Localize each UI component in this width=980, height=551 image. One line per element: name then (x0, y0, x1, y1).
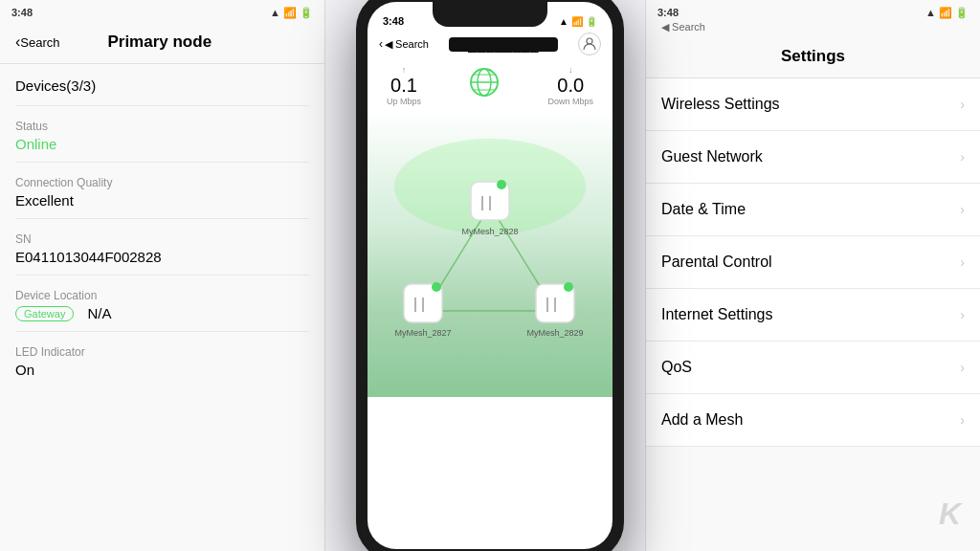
phone-title: ████████ (449, 37, 558, 52)
upload-value: 0.1 (387, 75, 421, 97)
date-time-chevron: › (960, 202, 965, 217)
menu-item-guest-network[interactable]: Guest Network › (646, 131, 980, 184)
devices-label: Devices(3/3) (15, 77, 309, 94)
status-value: Online (15, 136, 309, 152)
menu-item-qos[interactable]: QoS › (646, 342, 980, 394)
add-mesh-label: Add a Mesh (661, 411, 743, 429)
phone-body: 3:48 ▲ 📶 🔋 ‹ ◀ Search ████████ (356, 0, 624, 551)
left-time: 3:48 (11, 7, 33, 18)
connection-quality-label: Connection Quality (15, 176, 309, 189)
back-label: Search (20, 35, 59, 50)
right-signal-icon: ▲ (925, 7, 936, 18)
connection-quality-value: Excellent (15, 192, 309, 209)
phone-back-label: ◀ Search (385, 38, 429, 51)
status-label: Status (15, 120, 309, 133)
phone-time: 3:48 (383, 15, 404, 27)
left-content: Devices(3/3) Status Online Connection Qu… (0, 64, 324, 551)
devices-section: Devices(3/3) (15, 64, 309, 106)
download-value: 0.0 (547, 75, 593, 97)
phone-status-icons: ▲ 📶 🔋 (559, 16, 597, 27)
phone-header: ‹ ◀ Search ████████ (368, 31, 612, 61)
menu-item-date-time[interactable]: Date & Time › (646, 184, 980, 236)
menu-item-add-mesh[interactable]: Add a Mesh › (646, 394, 980, 447)
phone-battery-icon: 🔋 (586, 16, 597, 27)
left-header: ‹ Search Primary node (0, 21, 324, 64)
led-indicator-section: LED Indicator On (15, 332, 309, 387)
connection-quality-section: Connection Quality Excellent (15, 163, 309, 219)
wireless-settings-label: Wireless Settings (661, 96, 780, 113)
phone-wifi-icon: 📶 (571, 16, 583, 27)
qos-chevron: › (960, 360, 965, 375)
add-mesh-chevron: › (960, 412, 965, 428)
svg-text:MyMesh_2829: MyMesh_2829 (526, 328, 583, 338)
phone-screen: 3:48 ▲ 📶 🔋 ‹ ◀ Search ████████ (368, 2, 612, 549)
parental-control-chevron: › (960, 254, 965, 270)
right-title: Settings (661, 47, 965, 66)
menu-item-wireless-settings[interactable]: Wireless Settings › (646, 78, 980, 131)
download-arrow: ↓ (547, 65, 593, 75)
globe-icon (467, 65, 501, 106)
signal-icon: ▲ (270, 7, 280, 18)
wifi-icon: 📶 (283, 7, 297, 19)
phone-signal-icon: ▲ (559, 16, 568, 27)
status-section: Status Online (15, 106, 309, 163)
sn-label: SN (15, 232, 309, 246)
right-back-label[interactable]: ◀ Search (646, 21, 980, 35)
led-indicator-value: On (15, 362, 309, 378)
right-header: Settings (646, 35, 980, 78)
device-location-row: Gateway N/A (15, 305, 309, 321)
svg-point-18 (432, 282, 441, 292)
phone-back-arrow: ‹ (379, 37, 383, 51)
qos-label: QoS (661, 359, 692, 376)
svg-text:MyMesh_2828: MyMesh_2828 (461, 227, 518, 236)
left-status-icons: ▲ 📶 🔋 (270, 7, 313, 19)
upload-label: Up Mbps (387, 97, 421, 106)
upload-stat: ↑ 0.1 Up Mbps (387, 65, 421, 106)
date-time-label: Date & Time (661, 201, 746, 218)
parental-control-label: Parental Control (661, 253, 772, 271)
back-button[interactable]: ‹ Search (15, 33, 60, 51)
sn-section: SN E0411013044F002828 (15, 219, 309, 276)
download-stat: ↓ 0.0 Down Mbps (547, 65, 593, 106)
download-label: Down Mbps (547, 97, 593, 106)
right-panel: 3:48 ▲ 📶 🔋 ◀ Search Settings Wireless Se… (645, 0, 980, 551)
svg-point-0 (587, 38, 592, 44)
phone-stats-row: ↑ 0.1 Up Mbps ↓ 0.0 Down Mb (368, 61, 612, 110)
guest-network-label: Guest Network (661, 148, 763, 165)
wireless-settings-chevron: › (960, 97, 965, 112)
left-status-bar: 3:48 ▲ 📶 🔋 (0, 0, 324, 21)
gateway-badge: Gateway (15, 306, 74, 321)
menu-item-internet-settings[interactable]: Internet Settings › (646, 289, 980, 342)
upload-arrow: ↑ (387, 65, 421, 75)
left-panel: 3:48 ▲ 📶 🔋 ‹ Search Primary node Devices… (0, 0, 325, 551)
right-wifi-icon: 📶 (939, 7, 952, 19)
svg-point-13 (497, 180, 506, 189)
right-status-icons: ▲ 📶 🔋 (925, 7, 969, 19)
device-location-section: Device Location Gateway N/A (15, 276, 309, 332)
right-menu-items: Wireless Settings › Guest Network › Date… (646, 78, 980, 551)
sn-value: E0411013044F002828 (15, 249, 309, 265)
device-location-label: Device Location (15, 289, 309, 302)
svg-point-23 (564, 282, 573, 292)
svg-text:MyMesh_2827: MyMesh_2827 (394, 328, 451, 338)
left-title: Primary node (68, 33, 252, 52)
battery-icon: 🔋 (300, 7, 313, 19)
right-battery-icon: 🔋 (955, 7, 969, 19)
phone-back-button[interactable]: ‹ ◀ Search (379, 37, 429, 51)
menu-item-parental-control[interactable]: Parental Control › (646, 236, 980, 289)
led-indicator-label: LED Indicator (15, 345, 309, 359)
phone-avatar-icon[interactable] (578, 33, 601, 55)
right-time: 3:48 (657, 7, 679, 18)
right-status-bar: 3:48 ▲ 📶 🔋 (646, 0, 980, 21)
internet-settings-label: Internet Settings (661, 306, 773, 323)
guest-network-chevron: › (960, 149, 965, 165)
device-location-value: N/A (87, 305, 111, 321)
mesh-area: MyMesh_2828 MyMesh_2827 MyMesh_2829 (368, 110, 612, 397)
mesh-diagram: MyMesh_2828 MyMesh_2827 MyMesh_2829 (368, 110, 612, 397)
watermark: K (939, 496, 961, 532)
phone-notch (433, 2, 547, 27)
phone-overlay: 3:48 ▲ 📶 🔋 ‹ ◀ Search ████████ (356, 0, 624, 551)
internet-settings-chevron: › (960, 307, 965, 322)
